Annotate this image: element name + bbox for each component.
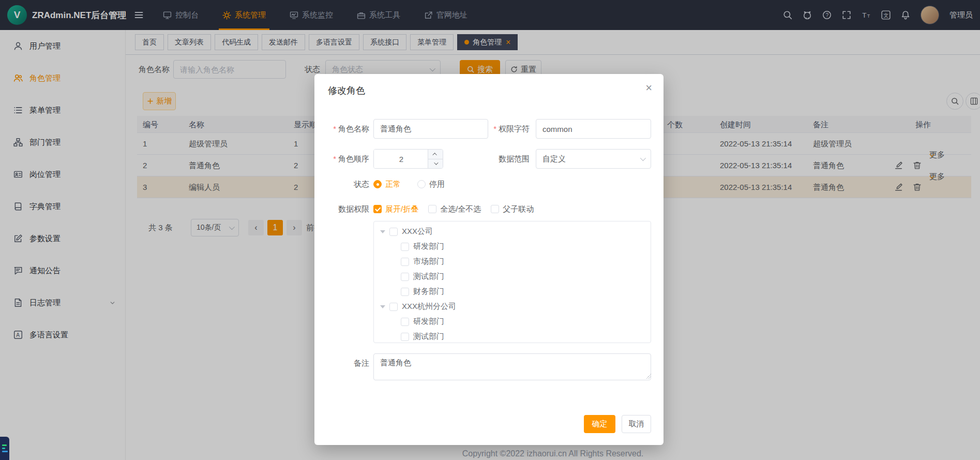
increase-button[interactable]	[428, 150, 443, 159]
checkbox-icon[interactable]	[401, 333, 409, 341]
data-perm-options: 展开/折叠 全选/全不选 父子联动	[373, 201, 534, 217]
remark-label: 备注	[314, 353, 369, 373]
checkbox-icon[interactable]	[401, 258, 409, 266]
caret-down-icon[interactable]	[380, 305, 385, 308]
radio-checked-icon	[373, 180, 382, 188]
radio-icon	[417, 180, 426, 188]
radio-status-disabled[interactable]: 停用	[417, 180, 445, 189]
dialog-role-name-input[interactable]	[373, 119, 488, 139]
role-sort-stepper	[373, 149, 443, 169]
bar	[2, 451, 8, 452]
checkbox-icon[interactable]	[401, 243, 409, 251]
close-icon[interactable]: ×	[645, 82, 652, 94]
checkbox-icon[interactable]	[401, 288, 409, 296]
data-perm-label: 数据权限	[314, 201, 369, 217]
role-sort-label: * 角色顺序	[314, 149, 369, 169]
edit-role-dialog: 修改角色 × * 角色名称 * 权限字符 * 角色顺序 数据范围 自定义 状态 …	[314, 74, 664, 445]
corner-widget[interactable]	[0, 437, 9, 460]
required-mark: *	[493, 119, 496, 139]
checkbox-icon	[428, 205, 436, 213]
checkbox-parent-child-link[interactable]: 父子联动	[491, 204, 534, 214]
cancel-button[interactable]: 取消	[622, 415, 651, 433]
checkbox-select-all[interactable]: 全选/全不选	[428, 204, 481, 214]
stepper-controls	[428, 150, 443, 168]
remark-textarea[interactable]: 普通角色	[373, 353, 651, 380]
checkbox-icon	[491, 205, 499, 213]
data-scope-label: 数据范围	[475, 149, 530, 169]
bar	[2, 444, 7, 446]
tree-node[interactable]: XXX公司	[374, 224, 651, 239]
data-scope-select[interactable]: 自定义	[536, 149, 651, 169]
permission-tree: XXX公司 研发部门 市场部门 测试部门 财务部门 XXX杭州分公司 研发部门	[373, 221, 651, 343]
required-mark: *	[333, 119, 336, 139]
dialog-title: 修改角色	[328, 84, 365, 97]
status-radio-group: 正常 停用	[373, 176, 445, 192]
chevron-down-icon	[434, 161, 438, 165]
checkbox-icon[interactable]	[389, 228, 398, 236]
role-sort-input[interactable]	[374, 150, 429, 168]
bar	[2, 448, 5, 449]
caret-down-icon[interactable]	[380, 230, 385, 233]
checkbox-checked-icon	[373, 205, 382, 213]
checkbox-icon[interactable]	[389, 303, 398, 311]
required-mark: *	[333, 149, 336, 169]
confirm-button[interactable]: 确定	[584, 415, 615, 433]
chevron-up-icon	[432, 153, 436, 157]
tree-node[interactable]: 研发部门	[374, 239, 651, 254]
role-name-label: * 角色名称	[314, 119, 369, 139]
tree-node[interactable]: 研发部门	[374, 314, 651, 329]
tree-node[interactable]: 测试部门	[374, 329, 651, 343]
tree-node[interactable]: 测试部门	[374, 269, 651, 284]
dialog-role-key-input[interactable]	[536, 119, 651, 139]
tree-node[interactable]: 财务部门	[374, 284, 651, 299]
tree-node[interactable]: 市场部门	[374, 254, 651, 269]
status-label: 状态	[314, 176, 369, 192]
role-key-label: * 权限字符	[475, 119, 530, 139]
checkbox-icon[interactable]	[401, 318, 409, 326]
checkbox-expand-collapse[interactable]: 展开/折叠	[373, 204, 418, 214]
checkbox-icon[interactable]	[401, 273, 409, 281]
chevron-down-icon	[640, 155, 646, 161]
radio-status-normal[interactable]: 正常	[373, 180, 401, 189]
tree-node[interactable]: XXX杭州分公司	[374, 299, 651, 314]
decrease-button[interactable]	[428, 159, 443, 169]
